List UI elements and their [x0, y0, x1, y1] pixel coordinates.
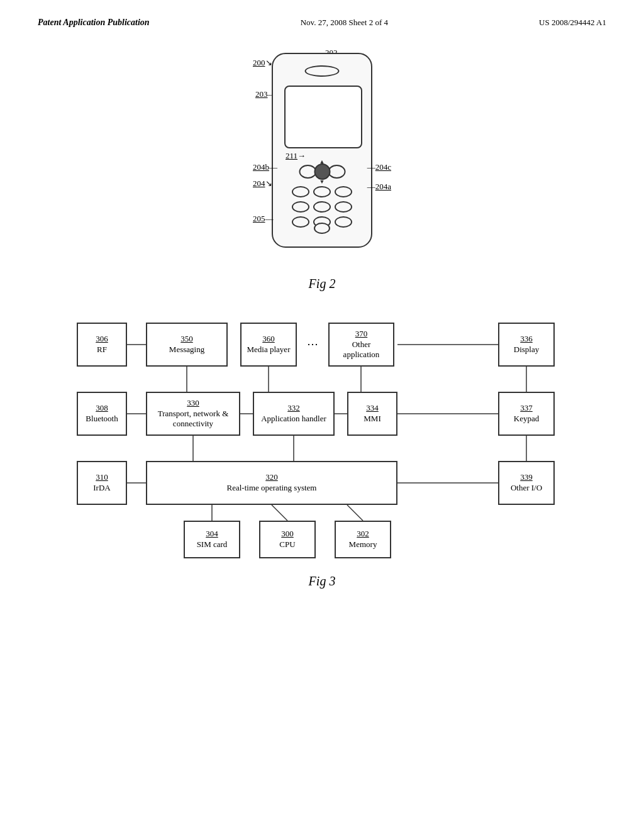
box-330: 330 Transport, network & connectivity — [146, 392, 240, 436]
box-306: 306 RF — [77, 323, 127, 367]
box-339: 339 Other I/O — [498, 461, 555, 505]
phone-screen — [284, 86, 362, 148]
fig2-container: 200↘ 202 203—┐ ▲ ▼ — [0, 53, 644, 291]
label-204a: —204a — [367, 182, 391, 192]
fig3-container: 306 RF 308 Bluetooth 310 IrDA 350 Messag… — [0, 323, 644, 589]
box-300: 300 CPU — [259, 521, 316, 558]
phone-keypad — [292, 186, 352, 228]
label-200: 200↘ — [253, 58, 272, 68]
phone-speaker — [305, 65, 340, 77]
svg-line-15 — [347, 505, 363, 521]
phone-nav-cluster: ▲ ▼ — [299, 160, 346, 184]
box-304: 304 SIM card — [184, 521, 240, 558]
key-2 — [313, 186, 331, 197]
box-337: 337 Keypad — [498, 392, 555, 436]
svg-line-14 — [272, 505, 287, 521]
box-334: 334 MMI — [347, 392, 397, 436]
header-left: Patent Application Publication — [38, 18, 150, 28]
nav-right-button — [328, 165, 345, 179]
box-302: 302 Memory — [335, 521, 391, 558]
label-204c: —204c — [367, 162, 391, 172]
label-204b: 204b— — [253, 162, 277, 172]
label-211: 211→ — [286, 151, 306, 161]
block-diagram: 306 RF 308 Bluetooth 310 IrDA 350 Messag… — [77, 323, 567, 562]
page-header: Patent Application Publication Nov. 27, … — [0, 0, 644, 28]
nav-center-button: ▲ ▼ — [314, 163, 330, 180]
box-332: 332 Application handler — [253, 392, 335, 436]
box-360: 360 Media player — [240, 323, 297, 367]
box-308: 308 Bluetooth — [77, 392, 127, 436]
box-310: 310 IrDA — [77, 461, 127, 505]
box-336: 336 Display — [498, 323, 555, 367]
key-7 — [292, 216, 309, 228]
box-320: 320 Real-time operating system — [146, 461, 397, 505]
phone-diagram: 200↘ 202 203—┐ ▲ ▼ — [253, 53, 391, 260]
key-6 — [335, 201, 352, 213]
key-1 — [292, 186, 309, 197]
key-9 — [335, 216, 352, 228]
key-5 — [313, 201, 331, 213]
label-204: 204↘ — [253, 179, 272, 189]
fig2-caption: Fig 2 — [309, 277, 336, 291]
phone-body: ▲ ▼ — [272, 53, 372, 248]
header-right: US 2008/294442 A1 — [539, 18, 606, 28]
label-205: 205— — [253, 214, 274, 224]
key-4 — [292, 201, 309, 213]
box-350: 350 Messaging — [146, 323, 228, 367]
phone-bottom-button — [314, 223, 330, 234]
fig3-caption: Fig 3 — [309, 574, 336, 589]
key-3 — [335, 186, 352, 197]
block-diagram-wrapper: 306 RF 308 Bluetooth 310 IrDA 350 Messag… — [77, 323, 567, 562]
box-dots: ⋯ — [303, 323, 322, 367]
header-center: Nov. 27, 2008 Sheet 2 of 4 — [301, 18, 388, 28]
box-370: 370 Other application — [328, 323, 394, 367]
